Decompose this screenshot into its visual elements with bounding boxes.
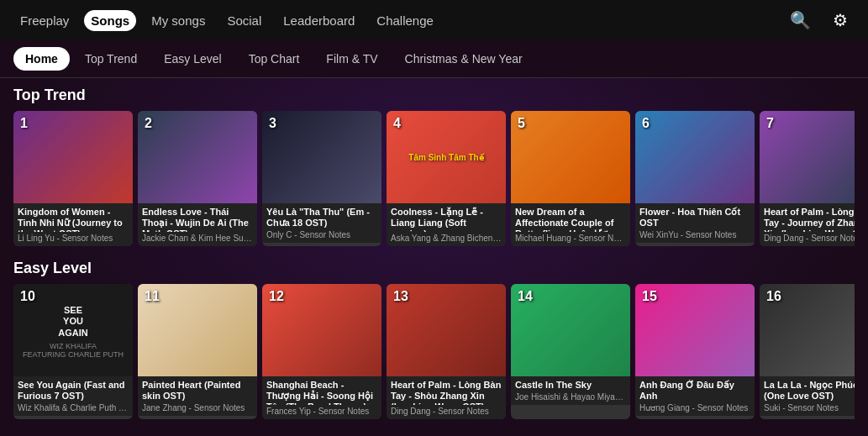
card-title: Flower - Hoa Thiên Cốt OST — [639, 207, 750, 229]
nav-challenge[interactable]: Challenge — [370, 10, 440, 31]
card-number: 11 — [145, 289, 160, 304]
card-artist: Suki - Sensor Notes — [764, 403, 855, 412]
sub-nav: Home Top Trend Easy Level Top Chart Film… — [0, 40, 868, 78]
card-artist: Wei XinYu - Sensor Notes — [639, 230, 750, 239]
card-item[interactable]: 12Shanghai Beach - Thượng Hải - Soong Hộ… — [262, 284, 381, 419]
subnav-christmas[interactable]: Christmas & New Year — [393, 47, 534, 71]
card-item[interactable]: 1Kingdom of Women - Tinh Nhi Nữ (Journey… — [13, 111, 133, 246]
easylevel-cards: SEEYOUAGAINWIZ KHALIFAFEATURING CHARLIE … — [13, 284, 855, 419]
nav-mysongs[interactable]: My songs — [145, 10, 212, 31]
card-number: 15 — [642, 289, 657, 304]
card-title: Endless Love - Thái Thoại - Wujin De Ai … — [142, 207, 253, 232]
card-artist: Ding Dang - Sensor Notes — [391, 407, 502, 416]
card-image-text — [68, 152, 78, 162]
top-nav: Freeplay Songs My songs Social Leaderboa… — [0, 0, 868, 40]
card-artist: Joe Hisaishi & Hayao Miyazaki - Sensor N… — [515, 392, 626, 402]
subnav-topchart[interactable]: Top Chart — [237, 47, 312, 71]
easylevel-title: Easy Level — [13, 260, 855, 277]
card-image-text — [814, 152, 824, 162]
search-icon[interactable]: 🔍 — [783, 7, 818, 34]
card-title: Anh Đang Ở Đâu Đấy Anh — [639, 380, 750, 402]
subnav-toptrend[interactable]: Top Trend — [73, 47, 149, 71]
card-item[interactable]: 11Painted Heart (Painted skin OST)Jane Z… — [138, 284, 257, 419]
card-item[interactable]: Tâm Sinh Tâm Thế4Coolness - Lặng Lẽ - Li… — [387, 111, 506, 246]
toptrend-title: Top Trend — [13, 87, 855, 104]
card-item[interactable]: 3Yêu Là "Tha Thu" (Em - Chưa 18 OST)Only… — [262, 111, 381, 246]
card-image-text — [192, 325, 203, 335]
card-item[interactable]: 15Anh Đang Ở Đâu Đấy AnhHương Giang - Se… — [635, 284, 755, 419]
card-artist: Li Ling Yu - Sensor Notes — [18, 234, 129, 243]
card-artist: Ding Dang - Sensor Notes — [764, 234, 855, 243]
card-number: 1 — [20, 116, 28, 131]
card-number: 6 — [642, 116, 650, 131]
card-title: New Dream of a Affectionate Couple of Bu… — [515, 207, 626, 232]
easylevel-section: Easy Level SEEYOUAGAINWIZ KHALIFAFEATURI… — [0, 251, 868, 424]
card-image-text — [566, 152, 576, 162]
card-title: Coolness - Lặng Lẽ - Liang Liang (Soft v… — [391, 207, 502, 232]
card-number: 13 — [393, 289, 408, 304]
card-artist: Jackie Chan & Kim Hee Sun - Sensor Notes — [142, 234, 253, 243]
card-title: La La La - Ngọc Phúc (One Love OST) — [764, 380, 855, 402]
card-title: Castle In The Sky — [515, 380, 626, 391]
card-image-text — [317, 325, 327, 335]
card-artist: Hương Giang - Sensor Notes — [639, 403, 750, 412]
card-item[interactable]: 14Castle In The SkyJoe Hisaishi & Hayao … — [511, 284, 630, 419]
card-item[interactable]: 2Endless Love - Thái Thoại - Wujin De Ai… — [138, 111, 257, 246]
card-artist: Jane Zhang - Sensor Notes — [142, 403, 253, 412]
card-artist: Frances Yip - Sensor Notes — [266, 407, 377, 416]
card-item[interactable]: 6Flower - Hoa Thiên Cốt OSTWei XinYu - S… — [635, 111, 755, 246]
card-image-text — [690, 152, 700, 162]
card-number: 14 — [518, 289, 533, 304]
card-number: 4 — [393, 116, 401, 131]
nav-leaderboard[interactable]: Leaderboard — [276, 10, 361, 31]
nav-freeplay[interactable]: Freeplay — [13, 10, 76, 31]
card-title: Heart of Palm - Lòng Bàn Tay - Journey o… — [764, 207, 855, 232]
card-title: Yêu Là "Tha Thu" (Em - Chưa 18 OST) — [266, 207, 377, 229]
toptrend-cards: 1Kingdom of Women - Tinh Nhi Nữ (Journey… — [13, 111, 855, 246]
card-number: 3 — [269, 116, 276, 131]
card-number: 2 — [145, 116, 152, 131]
card-image-text — [566, 325, 576, 335]
card-title: Shanghai Beach - Thượng Hải - Soong Hội … — [266, 380, 377, 405]
settings-icon[interactable]: ⚙ — [826, 7, 855, 34]
card-image-text — [690, 325, 700, 335]
card-item[interactable]: 7Heart of Palm - Lòng Bàn Tay - Journey … — [760, 111, 855, 246]
card-artist: Wiz Khalifa & Charlie Puth - Sensor Note… — [18, 403, 129, 412]
card-image-text — [192, 152, 203, 162]
card-number: 7 — [766, 116, 774, 131]
card-artist: Aska Yang & Zhang Bichen - Sensor Notes — [391, 234, 502, 243]
card-item[interactable]: 16La La La - Ngọc Phúc (One Love OST)Suk… — [760, 284, 855, 419]
card-image-text — [814, 325, 824, 335]
card-image-text — [441, 325, 451, 335]
card-number: 5 — [518, 116, 525, 131]
subnav-filmtv[interactable]: Film & TV — [314, 47, 389, 71]
card-number: 16 — [766, 289, 781, 304]
nav-songs[interactable]: Songs — [84, 10, 136, 31]
subnav-easylevel[interactable]: Easy Level — [152, 47, 233, 71]
card-artist: Only C - Sensor Notes — [266, 230, 377, 239]
card-item[interactable]: SEEYOUAGAINWIZ KHALIFAFEATURING CHARLIE … — [13, 284, 133, 419]
subnav-home[interactable]: Home — [13, 47, 70, 71]
card-item[interactable]: 13Heart of Palm - Lòng Bàn Tay - Shòu Zh… — [387, 284, 506, 419]
card-title: Heart of Palm - Lòng Bàn Tay - Shòu Zhan… — [391, 380, 502, 405]
toptrend-section: Top Trend 1Kingdom of Women - Tinh Nhi N… — [0, 78, 868, 251]
nav-social[interactable]: Social — [220, 10, 268, 31]
card-image-text: Tâm Sinh Tâm Thế — [403, 147, 488, 168]
card-title: See You Again (Fast and Furious 7 OST) — [18, 380, 129, 402]
card-artist: Michael Huang - Sensor Notes — [515, 234, 626, 243]
card-number: 12 — [269, 289, 284, 304]
card-item[interactable]: 5New Dream of a Affectionate Couple of B… — [511, 111, 630, 246]
card-title: Painted Heart (Painted skin OST) — [142, 380, 253, 402]
card-title: Kingdom of Women - Tinh Nhi Nữ (Journey … — [18, 207, 129, 232]
card-image-text — [317, 152, 327, 162]
card-number: 10 — [20, 289, 35, 304]
